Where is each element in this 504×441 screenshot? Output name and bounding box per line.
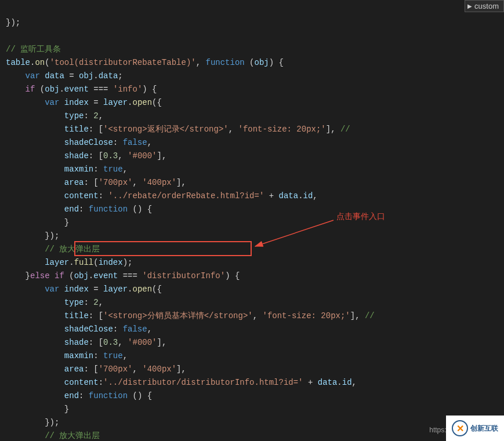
code-token: index	[99, 258, 123, 267]
code-token: '400px'	[142, 365, 176, 374]
code-token: area	[64, 365, 84, 374]
code-comment: // 放大弹出层	[45, 245, 100, 254]
code-token: 2	[93, 298, 98, 307]
code-token: end	[64, 205, 79, 214]
code-token: 2	[93, 111, 98, 121]
code-token: shade	[64, 151, 89, 161]
logo-box: ✕ 创新互联	[446, 416, 504, 441]
code-token: '400px'	[142, 178, 176, 187]
code-token: obj	[74, 271, 89, 280]
code-token: layer	[103, 285, 128, 294]
code-token: function	[89, 391, 128, 400]
code-token: var	[26, 71, 40, 81]
code-token: '../distributor/distributorInfo.html?id=…	[103, 378, 303, 387]
code-token: false	[123, 325, 147, 334]
code-token: false	[123, 138, 147, 147]
logo-icon: ✕	[452, 420, 468, 436]
code-token: 'tool(distributorRebateTable)'	[50, 58, 196, 67]
code-token: //	[340, 125, 350, 134]
code-token: event	[93, 271, 118, 280]
code-token: event	[64, 85, 89, 94]
code-token: open	[133, 285, 153, 294]
code-token: obj	[79, 71, 93, 81]
logo-text: 创新互联	[470, 424, 498, 433]
code-token: '700px'	[99, 178, 133, 187]
code-token: });	[45, 231, 59, 240]
code-token: maxmin	[64, 351, 93, 360]
code-token: layer	[45, 258, 69, 267]
code-token: type	[64, 111, 84, 121]
code-token: content	[64, 378, 99, 387]
code-token: data	[318, 378, 338, 387]
code-token: maxmin	[64, 165, 93, 174]
code-comment: // 放大弹出层	[45, 431, 100, 440]
code-token: content	[64, 191, 99, 201]
code-comment: // 监听工具条	[6, 45, 61, 54]
code-token: function	[89, 205, 128, 214]
code-token: title	[64, 311, 89, 320]
code-token: data	[45, 71, 64, 81]
code-token: type	[64, 298, 84, 307]
code-token: obj	[45, 85, 59, 94]
code-token: table	[6, 58, 30, 67]
sidebar-custom-tab[interactable]: ▶ custom	[465, 0, 504, 12]
code-token: title	[64, 125, 89, 134]
code-token: full	[74, 258, 94, 267]
code-token: 'distributorInfo'	[142, 271, 225, 280]
code-token: shadeClose	[64, 138, 113, 147]
code-token: if	[26, 85, 35, 94]
code-token: function	[206, 58, 245, 67]
code-token: //	[365, 311, 375, 320]
code-token: }	[64, 218, 69, 227]
code-token: }	[64, 404, 69, 414]
code-token: var	[45, 98, 59, 107]
code-token: var	[45, 285, 59, 294]
code-line: });	[6, 18, 20, 27]
code-token: else if	[30, 271, 64, 280]
code-token: index	[64, 98, 89, 107]
code-token: 'font-size: 20px;'	[263, 311, 350, 320]
sidebar-tab-label: custom	[474, 2, 499, 10]
triangle-right-icon: ▶	[467, 3, 472, 9]
code-token: '#000'	[128, 338, 157, 347]
code-token: 0.3	[103, 151, 118, 161]
code-token: index	[64, 285, 89, 294]
code-token: '#000'	[128, 151, 157, 161]
code-token: 'font-size: 20px;'	[238, 125, 326, 134]
code-token: true	[103, 165, 123, 174]
code-token: 'info'	[113, 85, 142, 94]
code-token: '<strong>分销员基本详情</strong>'	[103, 311, 253, 320]
code-token: open	[133, 98, 153, 107]
code-token: obj	[255, 58, 269, 67]
code-token: });	[45, 418, 59, 427]
code-token: 0.3	[103, 338, 118, 347]
code-token: shade	[64, 338, 89, 347]
code-editor[interactable]: }); // 监听工具条 table.on('tool(distributorR…	[0, 0, 504, 441]
code-token: area	[64, 178, 84, 187]
code-token: shadeClose	[64, 325, 113, 334]
code-token: '<strong>返利记录</strong>'	[103, 125, 229, 134]
code-token: layer	[103, 98, 128, 107]
code-token: data	[279, 191, 299, 201]
code-token: end	[64, 391, 79, 400]
code-token: id	[342, 378, 352, 387]
code-token: '700px'	[99, 365, 133, 374]
code-token: true	[103, 351, 123, 360]
code-token: on	[35, 58, 45, 67]
code-token: '../rebate/orderRebate.html?id='	[108, 191, 264, 201]
code-token: id	[303, 191, 313, 201]
code-token: data	[99, 71, 118, 81]
